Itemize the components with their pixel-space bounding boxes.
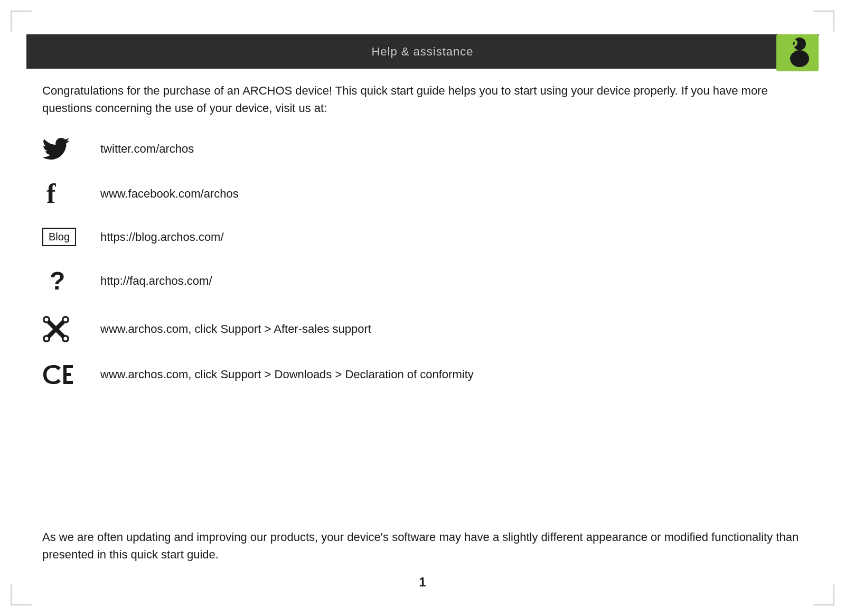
intro-text: Congratulations for the purchase of an A… (42, 82, 803, 117)
ce-icon (42, 363, 84, 386)
svg-point-11 (64, 318, 68, 322)
page-number: 1 (0, 575, 845, 590)
list-item: www.archos.com, click Support > Download… (42, 363, 803, 386)
header-bar: Help & assistance (26, 34, 819, 69)
twitter-icon (42, 138, 84, 160)
support-link-text: www.archos.com, click Support > After-sa… (100, 322, 371, 336)
svg-point-7 (45, 318, 49, 322)
svg-point-13 (45, 337, 49, 341)
svg-text:?: ? (787, 35, 799, 57)
svg-rect-15 (63, 365, 73, 368)
svg-rect-16 (63, 373, 71, 376)
svg-rect-17 (63, 381, 73, 384)
logo-icon: ? (776, 29, 819, 71)
faq-link-text: http://faq.archos.com/ (100, 274, 212, 288)
twitter-link-text: twitter.com/archos (100, 142, 194, 156)
list-item: twitter.com/archos (42, 138, 803, 160)
facebook-icon: f (42, 180, 84, 208)
list-item: ? http://faq.archos.com/ (42, 266, 803, 295)
main-content: Congratulations for the purchase of an A… (42, 82, 803, 407)
list-item: f www.facebook.com/archos (42, 180, 803, 208)
page-title: Help & assistance (371, 45, 473, 59)
list-item: Blog https://blog.archos.com/ (42, 228, 803, 246)
blog-link-text: https://blog.archos.com/ (100, 230, 224, 244)
faq-icon: ? (42, 266, 84, 295)
blog-icon: Blog (42, 228, 84, 246)
svg-point-9 (64, 337, 68, 341)
footer-text: As we are often updating and improving o… (42, 528, 803, 563)
corner-mark-tl (11, 11, 32, 32)
links-list: twitter.com/archos f www.facebook.com/ar… (42, 138, 803, 386)
list-item: www.archos.com, click Support > After-sa… (42, 315, 803, 343)
facebook-link-text: www.facebook.com/archos (100, 187, 239, 201)
ce-link-text: www.archos.com, click Support > Download… (100, 368, 474, 381)
corner-mark-tr (813, 11, 834, 32)
support-icon (42, 315, 84, 343)
